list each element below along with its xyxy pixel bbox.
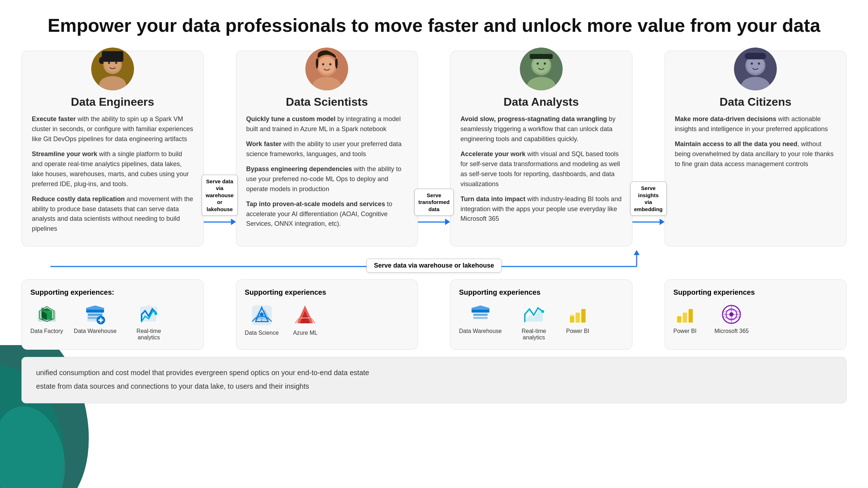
supporting-card-de: Supporting experiences: Da [21,279,204,350]
column-title-data-scientists: Data Scientists [286,95,368,109]
svg-rect-41 [88,314,102,316]
arrow-ds-to-da: Serve transformed data [418,51,450,247]
icon-item-data-factory: Data Factory [30,304,63,334]
svg-point-15 [329,63,331,65]
icon-label-data-factory: Data Factory [30,328,63,334]
icon-label-m365: Microsoft 365 [714,328,749,334]
svg-rect-60 [581,309,586,323]
icon-label-azure-ml: Azure ML [293,330,317,336]
data-factory-icon [36,304,58,325]
svg-point-56 [541,310,544,313]
supporting-icons-de: Data Factory [30,304,195,341]
bullet-strong-dc-1: Make more data-driven decisions [675,115,776,123]
column-data-scientists: Data Scientists Quickly tune a custom mo… [236,51,418,247]
icon-item-data-warehouse-da: Data Warehouse [459,304,502,334]
icon-label-data-warehouse-da: Data Warehouse [459,328,502,334]
supporting-row: Supporting experiences: Da [21,279,847,350]
icon-label-data-warehouse-de: Data Warehouse [74,328,117,334]
svg-point-28 [758,63,760,65]
svg-point-7 [108,62,110,64]
supporting-card-dc: Supporting experiences Power BI [665,279,847,350]
bullet-strong-da-1: Avoid slow, progress-stagnating data wra… [460,115,607,123]
icon-item-power-bi-dc: Power BI [674,304,697,334]
bullet-strong-de-2: Streamline your work [32,150,97,158]
svg-rect-9 [102,51,123,62]
arrow1-line3: lakehouse [206,206,233,213]
icon-label-realtime-da: Real-time analytics [512,328,555,341]
arrow2-line2: data [418,206,450,213]
supporting-title-dc: Supporting experiences [674,288,838,297]
svg-rect-63 [683,313,687,323]
bullet-strong-ds-1: Quickly tune a custom model [246,115,336,123]
realtime-analytics-icon-de [138,304,159,325]
supp-gap-2 [418,279,450,350]
bottom-arrow-area: Serve data via warehouse or lakehouse [21,249,847,277]
arrow3-line2: via embedding [634,199,663,213]
arrow1-line1: Serve data via [206,178,233,192]
bullet-strong-da-3: Turn data into impact [460,195,526,203]
column-data-analysts: Data Analysts Avoid slow, progress-stagn… [450,51,632,247]
bottom-bar-line1: unified consumption and cost model that … [36,367,832,379]
supporting-card-ds: Supporting experiences Data Science [236,279,418,350]
supporting-title-de: Supporting experiences: [30,288,195,297]
supp-gap-1 [204,279,236,350]
icon-item-realtime-da: Real-time analytics [512,304,555,341]
icon-label-realtime-de: Real-time analytics [127,328,170,341]
svg-rect-61 [570,314,574,317]
column-content-data-scientists: Quickly tune a custom model by integrati… [236,114,418,234]
bullet-strong-da-2: Accelerate your work [460,150,526,158]
icon-item-data-science: Data Science [245,304,279,336]
icon-item-azure-ml: Azure ML [293,304,317,336]
column-content-data-citizens: Make more data-driven decisions with act… [665,114,847,174]
icon-label-power-bi-dc: Power BI [674,328,697,334]
svg-point-14 [322,63,324,65]
icon-label-power-bi-da: Power BI [566,328,589,334]
bullet-strong-ds-3: Bypass engineering dependencies [246,165,352,173]
icon-label-data-science: Data Science [245,330,279,336]
data-warehouse-icon-de [84,304,106,325]
avatar-data-citizens [734,48,777,92]
supp-gap-3 [632,279,665,350]
supporting-title-da: Supporting experiences [459,288,623,297]
arrow2-line1: Serve transformed [418,192,450,206]
data-warehouse-icon-da [470,304,491,325]
svg-point-8 [115,62,117,64]
arrow-da-to-dc: Serve insights via embedding [632,51,665,247]
data-science-icon [250,304,273,327]
column-content-data-analysts: Avoid slow, progress-stagnating data wra… [450,114,632,229]
column-content-data-engineers: Execute faster with the ability to spin … [22,114,203,239]
column-title-data-citizens: Data Citizens [720,95,791,109]
arrow3-line1: Serve insights [634,185,663,199]
bullet-strong-ds-4: Tap into proven-at-scale models and serv… [246,200,385,208]
bullet-strong-de-1: Execute faster [32,115,76,123]
realtime-analytics-icon-da [523,304,544,325]
svg-rect-54 [473,314,488,316]
bullet-strong-ds-2: Work faster [246,140,282,148]
icon-item-m365: Microsoft 365 [714,304,749,334]
bottom-bar: unified consumption and cost model that … [21,357,847,403]
supporting-card-da: Supporting experiences Data Warehouse [450,279,632,350]
azure-ml-icon [294,304,317,327]
column-data-engineers: Data Engineers Execute faster with the a… [21,51,204,247]
icon-item-power-bi-da: Power BI [566,304,589,334]
m365-icon [721,304,742,325]
column-title-data-engineers: Data Engineers [71,95,154,109]
svg-rect-62 [677,316,681,323]
svg-point-51 [260,313,263,316]
svg-rect-55 [473,317,488,319]
svg-marker-32 [634,250,640,255]
svg-rect-64 [689,309,693,323]
power-bi-icon-da [567,304,588,325]
svg-point-47 [154,312,157,315]
supporting-title-ds: Supporting experiences [245,288,409,297]
icon-item-data-warehouse-de: Data Warehouse [74,304,117,334]
main-container: Empower your data professionals to move … [0,0,868,488]
svg-rect-45 [100,318,102,323]
column-data-citizens: Data Citizens Make more data-driven deci… [665,51,847,247]
svg-rect-22 [530,54,553,59]
avatar-data-engineers [91,48,134,92]
column-title-data-analysts: Data Analysts [504,95,579,109]
svg-point-27 [751,63,753,65]
bullet-strong-dc-2: Maintain access to all the data you need [675,140,798,148]
avatar-data-analysts [520,48,563,92]
